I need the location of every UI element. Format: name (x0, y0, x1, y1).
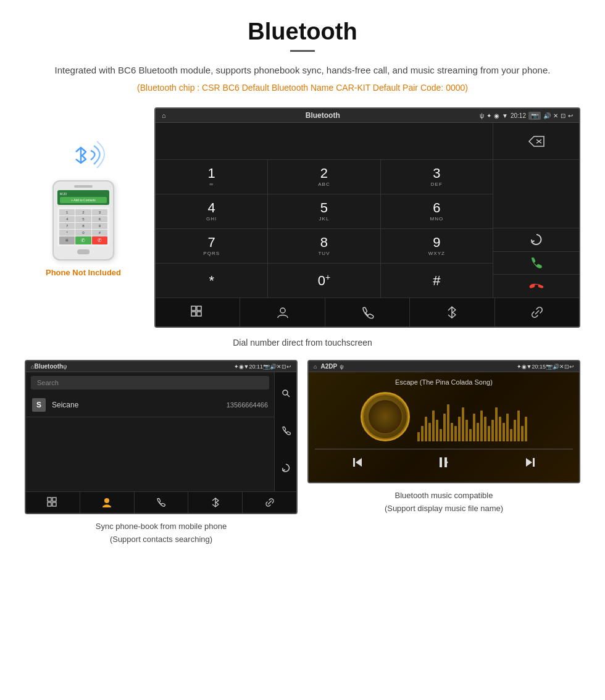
music-cam-icon[interactable]: 📷 (546, 364, 553, 370)
window-icon[interactable]: ⊡ (561, 112, 565, 119)
play-pause-button[interactable] (436, 454, 452, 473)
music-bar (517, 410, 520, 441)
pb-person-button[interactable] (80, 492, 135, 513)
contact-avatar: S (32, 398, 46, 412)
status-right: ψ ✦ ◉ ▼ 20:12 📷 🔊 ✕ ⊡ ↩ (480, 112, 573, 120)
back-icon[interactable]: ↩ (568, 112, 573, 119)
pb-phone-icon[interactable] (281, 425, 291, 438)
pb-x-icon[interactable]: ✕ (277, 364, 282, 370)
key-3[interactable]: 3 DEF (381, 160, 493, 194)
key-0[interactable]: 0+ (268, 264, 380, 298)
music-bar (436, 420, 438, 441)
bluetooth-button[interactable] (410, 298, 494, 327)
music-back-icon[interactable]: ↩ (569, 364, 574, 370)
song-title: Escape (The Pina Colada Song) (395, 378, 493, 386)
phone-illustration: M:20 + Add to Contacts 1 2 3 4 5 6 7 8 (25, 107, 142, 277)
person-button[interactable] (240, 298, 325, 327)
music-bar (499, 417, 501, 441)
pb-win-icon[interactable]: ⊡ (282, 364, 286, 370)
title-divider (290, 50, 315, 52)
music-bar (458, 417, 461, 441)
svg-line-21 (212, 498, 215, 501)
pb-grid-button[interactable] (26, 492, 80, 513)
pb-refresh-icon[interactable] (281, 463, 291, 475)
music-bar (451, 423, 453, 441)
music-bar (491, 420, 494, 441)
music-content: Escape (The Pina Colada Song) (309, 372, 579, 482)
key-9[interactable]: 9 WXYZ (381, 229, 493, 263)
phonebook-caption: Sync phone-book from mobile phone (Suppo… (96, 520, 227, 546)
prev-button[interactable] (351, 456, 364, 472)
music-album-area (361, 392, 527, 441)
music-bar (514, 420, 516, 441)
pb-back-icon[interactable]: ↩ (286, 364, 291, 370)
pb-cam-icon[interactable]: 📷 (263, 364, 270, 370)
music-status-bar: ⌂ A2DP ψ ✦ ◉ ▼ 20:15 📷 🔊 ✕ ⊡ ↩ (309, 361, 579, 372)
bluetooth-status-icon: ✦ (486, 112, 491, 119)
music-bar (462, 407, 464, 441)
key-4[interactable]: 4 GHI (156, 194, 268, 228)
dial-row-3: 7 PQRS 8 TUV 9 WXYZ (156, 229, 493, 264)
pb-vol-icon[interactable]: 🔊 (270, 364, 277, 370)
pb-link-bottom-button[interactable] (243, 492, 296, 513)
music-wifi-icon: ▼ (527, 364, 532, 370)
phone-button[interactable] (325, 298, 410, 327)
pb-main: Search S Seicane 13566664466 (26, 372, 274, 491)
camera-icon[interactable]: 📷 (528, 112, 541, 120)
search-bar[interactable]: Search (31, 376, 269, 390)
music-x-icon[interactable]: ✕ (559, 364, 564, 370)
music-vol-icon[interactable]: 🔊 (553, 364, 559, 370)
key-7[interactable]: 7 PQRS (156, 229, 268, 263)
key-2[interactable]: 2 ABC (268, 160, 380, 194)
volume-icon[interactable]: 🔊 (543, 112, 551, 119)
side-refresh[interactable] (493, 228, 579, 252)
display-row (156, 123, 579, 160)
phone-not-included-label: Phone Not Included (46, 268, 121, 277)
side-call-red[interactable] (493, 275, 579, 298)
close-icon[interactable]: ✕ (553, 112, 558, 119)
next-button[interactable] (524, 456, 537, 472)
music-bar (425, 417, 427, 441)
number-rows: 1 ∞ 2 ABC 3 DEF (156, 160, 493, 298)
key-1-number: 1 (208, 167, 215, 180)
dial-row-4: * 0+ # (156, 264, 493, 298)
person-icon (276, 306, 290, 319)
svg-rect-8 (197, 312, 201, 316)
key-6[interactable]: 6 MNO (381, 194, 493, 228)
music-win-icon[interactable]: ⊡ (564, 364, 569, 370)
home-icon[interactable]: ⌂ (162, 112, 166, 119)
key-1-sub: ∞ (209, 181, 214, 187)
music-bar (477, 423, 479, 441)
pb-phone-bottom-button[interactable] (135, 492, 189, 513)
key-5[interactable]: 5 JKL (268, 194, 380, 228)
dial-caption: Dial number direct from touchscreen (25, 338, 580, 348)
side-empty-1 (493, 160, 579, 228)
key-hash[interactable]: # (381, 264, 493, 298)
key-8[interactable]: 8 TUV (268, 229, 380, 263)
dialpad-layout: 1 ∞ 2 ABC 3 DEF (156, 160, 579, 298)
svg-line-12 (448, 315, 452, 318)
pb-loc-icon: ◉ (239, 364, 244, 370)
music-bar (473, 414, 475, 441)
key-1[interactable]: 1 ∞ (156, 160, 268, 194)
music-bar (428, 423, 431, 441)
pb-bt-bottom-button[interactable] (188, 492, 243, 513)
contact-row[interactable]: S Seicane 13566664466 (26, 393, 274, 417)
svg-rect-26 (353, 458, 355, 467)
svg-line-11 (448, 307, 452, 310)
location-icon: ◉ (494, 112, 499, 119)
refresh-icon (529, 232, 544, 247)
backspace-button[interactable] (493, 123, 579, 159)
key-star[interactable]: * (156, 264, 268, 298)
svg-point-19 (104, 498, 109, 503)
svg-rect-6 (197, 306, 201, 310)
bluetooth-icon (445, 306, 459, 319)
phonebook-screen: ⌂ Bluetooth ψ ✦ ◉ ▼ 20:11 📷 🔊 ✕ ⊡ ↩ (25, 360, 298, 514)
side-call-green[interactable] (493, 252, 579, 275)
music-home-icon[interactable]: ⌂ (314, 364, 317, 370)
link-button[interactable] (495, 298, 579, 327)
grid-button[interactable] (156, 298, 240, 327)
music-bar (469, 429, 472, 441)
music-bar (421, 426, 424, 441)
pb-search-icon[interactable] (281, 388, 291, 401)
